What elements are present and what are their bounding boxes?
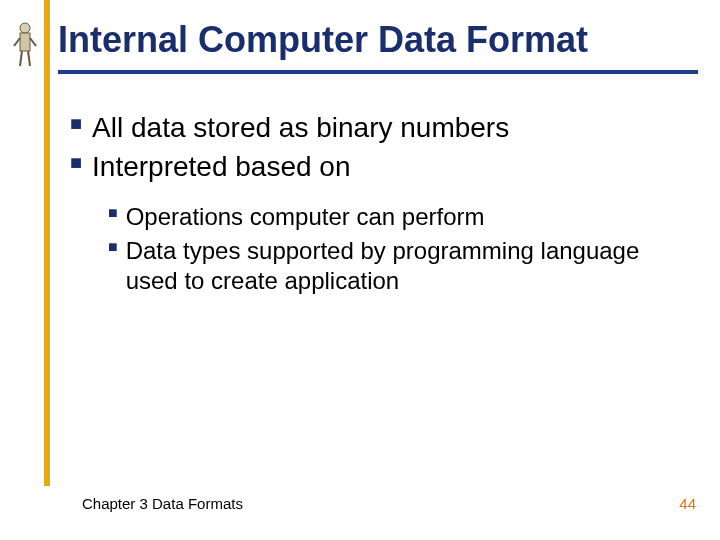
list-item: ■ Interpreted based on (70, 149, 690, 184)
list-item: ■ All data stored as binary numbers (70, 110, 690, 145)
slide: Internal Computer Data Format ■ All data… (0, 0, 720, 540)
bullet-icon: ■ (108, 236, 118, 258)
title-area: Internal Computer Data Format (58, 20, 700, 74)
vertical-accent-rule (44, 0, 50, 486)
bullet-icon: ■ (70, 110, 82, 136)
bullet-list-level1: ■ All data stored as binary numbers ■ In… (70, 110, 690, 184)
list-item-text: Operations computer can perform (126, 202, 485, 232)
body: ■ All data stored as binary numbers ■ In… (70, 110, 690, 300)
bullet-icon: ■ (70, 149, 82, 175)
svg-line-2 (14, 38, 20, 46)
bullet-icon: ■ (108, 202, 118, 224)
svg-line-5 (28, 51, 30, 66)
mascot-icon (10, 20, 40, 70)
slide-title: Internal Computer Data Format (58, 20, 700, 60)
list-item-text: Data types supported by programming lang… (126, 236, 690, 296)
list-item: ■ Operations computer can perform (108, 202, 690, 232)
svg-rect-1 (20, 33, 30, 51)
list-item: ■ Data types supported by programming la… (108, 236, 690, 296)
list-item-text: All data stored as binary numbers (92, 110, 509, 145)
svg-point-0 (20, 23, 30, 33)
title-underline (58, 70, 698, 74)
footer-page-number: 44 (679, 495, 696, 512)
footer-chapter: Chapter 3 Data Formats (82, 495, 243, 512)
list-item-text: Interpreted based on (92, 149, 350, 184)
bullet-list-level2: ■ Operations computer can perform ■ Data… (108, 202, 690, 296)
svg-line-3 (30, 38, 36, 46)
svg-line-4 (20, 51, 22, 66)
